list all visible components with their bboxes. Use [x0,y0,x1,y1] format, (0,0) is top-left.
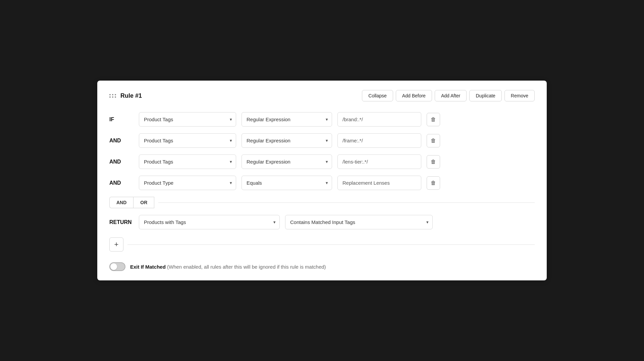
delete-row-button-2[interactable]: 🗑 [427,134,440,147]
return-condition-select[interactable]: Products with Tags Products without Tags… [139,215,280,229]
value-input-1[interactable]: /brand:.*/ [337,112,421,127]
delete-row-button-1[interactable]: 🗑 [427,113,440,126]
condition-select-1[interactable]: Product Tags Product Type Product Vendor… [139,112,236,127]
rule-card: Rule #1 Collapse Add Before Add After Du… [97,81,547,280]
delete-row-button-4[interactable]: 🗑 [427,176,440,190]
header-buttons: Collapse Add Before Add After Duplicate … [362,90,535,101]
add-row-button[interactable]: + [109,237,123,252]
return-condition-wrapper: Products with Tags Products without Tags… [139,215,280,229]
rule-rows: IF Product Tags Product Type Product Ven… [109,112,535,190]
condition-select-wrapper-4: Product Tags Product Type Product Vendor… [139,176,236,190]
and-or-group: AND OR [109,197,535,208]
row-label-and-3: AND [109,180,133,186]
operator-select-3[interactable]: Regular Expression Equals Contains Start… [241,154,332,169]
toggle-thumb [110,263,117,270]
add-row-group: + [109,237,535,252]
condition-select-2[interactable]: Product Tags Product Type Product Vendor… [139,133,236,148]
exit-row: Exit If Matched (When enabled, all rules… [109,260,535,271]
rule-header: Rule #1 Collapse Add Before Add After Du… [109,90,535,101]
operator-select-4[interactable]: Equals Contains Regular Expression Start… [241,176,332,190]
return-operator-select[interactable]: Contains Matched Input Tags Does Not Con… [285,215,433,229]
row-label-and-1: AND [109,138,133,144]
operator-select-wrapper-2: Regular Expression Equals Contains Start… [241,133,332,148]
exit-if-matched-toggle[interactable] [109,262,125,271]
rule-row: AND Product Tags Product Type Product Ve… [109,176,535,190]
condition-select-3[interactable]: Product Tags Product Type Product Vendor… [139,154,236,169]
add-after-button[interactable]: Add After [435,90,467,101]
operator-select-wrapper-4: Equals Contains Regular Expression Start… [241,176,332,190]
delete-row-button-3[interactable]: 🗑 [427,155,440,169]
rule-row: IF Product Tags Product Type Product Ven… [109,112,535,127]
add-row-divider [127,244,535,245]
return-row: RETURN Products with Tags Products witho… [109,215,535,229]
operator-select-wrapper-1: Regular Expression Equals Contains Start… [241,112,332,127]
value-input-3[interactable]: /lens-tier:.*/ [337,154,421,169]
return-label: RETURN [109,219,133,225]
operator-select-1[interactable]: Regular Expression Equals Contains Start… [241,112,332,127]
collapse-button[interactable]: Collapse [362,90,393,101]
value-input-2[interactable]: /frame:.*/ [337,133,421,148]
condition-select-wrapper-2: Product Tags Product Type Product Vendor… [139,133,236,148]
operator-select-2[interactable]: Regular Expression Equals Contains Start… [241,133,332,148]
condition-select-wrapper-3: Product Tags Product Type Product Vendor… [139,154,236,169]
add-before-button[interactable]: Add Before [396,90,432,101]
rule-title-group: Rule #1 [109,92,142,99]
exit-label: Exit If Matched (When enabled, all rules… [130,264,326,270]
and-button[interactable]: AND [109,197,133,208]
return-operator-wrapper: Contains Matched Input Tags Does Not Con… [285,215,433,229]
and-or-divider [158,202,535,203]
duplicate-button[interactable]: Duplicate [469,90,501,101]
value-input-4[interactable]: Replacement Lenses [337,176,421,190]
rule-row: AND Product Tags Product Type Product Ve… [109,133,535,148]
row-label-and-2: AND [109,159,133,165]
drag-handle[interactable] [109,94,116,98]
remove-button[interactable]: Remove [504,90,535,101]
condition-select-4[interactable]: Product Tags Product Type Product Vendor… [139,176,236,190]
operator-select-wrapper-3: Regular Expression Equals Contains Start… [241,154,332,169]
row-label-if: IF [109,117,133,123]
condition-select-wrapper-1: Product Tags Product Type Product Vendor… [139,112,236,127]
rule-title: Rule #1 [120,92,142,99]
or-button[interactable]: OR [133,197,154,208]
rule-row: AND Product Tags Product Type Product Ve… [109,154,535,169]
